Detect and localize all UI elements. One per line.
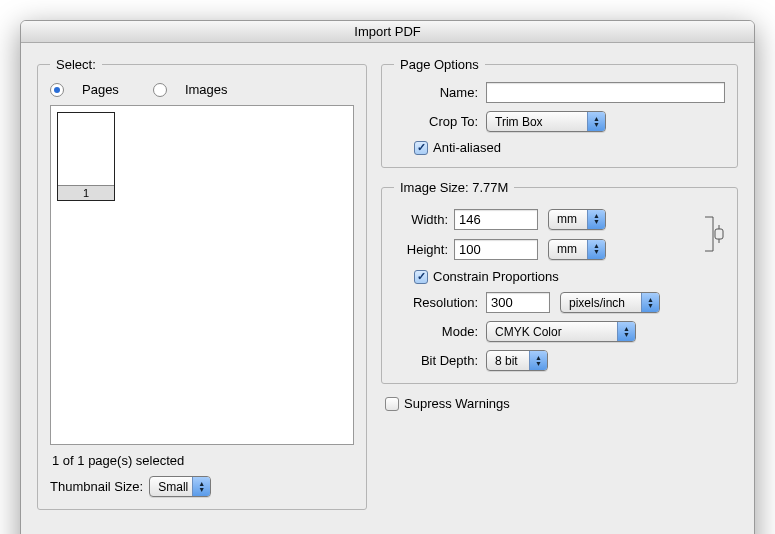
page-options-group: Page Options Name: Crop To: Trim Box ✓ A… xyxy=(381,57,738,168)
dialog-title: Import PDF xyxy=(21,21,754,43)
constrain-checkbox[interactable]: ✓ xyxy=(414,270,428,284)
resolution-input[interactable] xyxy=(486,292,550,313)
selection-status: 1 of 1 page(s) selected xyxy=(52,453,352,468)
resolution-label: Resolution: xyxy=(394,295,486,310)
name-input[interactable] xyxy=(486,82,725,103)
chevron-updown-icon xyxy=(587,112,605,131)
antialiased-label: Anti-aliased xyxy=(433,140,501,155)
radio-images-label: Images xyxy=(185,82,228,97)
width-label: Width: xyxy=(394,212,454,227)
chevron-updown-icon xyxy=(641,293,659,312)
chevron-updown-icon xyxy=(617,322,635,341)
bitdepth-select[interactable]: 8 bit xyxy=(486,350,548,371)
suppress-checkbox[interactable] xyxy=(385,397,399,411)
resolution-unit-select[interactable]: pixels/inch xyxy=(560,292,660,313)
thumbnail-list[interactable]: 1 xyxy=(50,105,354,445)
link-icon[interactable] xyxy=(703,207,725,261)
bitdepth-label: Bit Depth: xyxy=(394,353,486,368)
height-unit-select[interactable]: mm xyxy=(548,239,606,260)
import-pdf-dialog: Import PDF Select: Pages Images 1 xyxy=(20,20,755,534)
thumb-size-label: Thumbnail Size: xyxy=(50,479,149,494)
constrain-label: Constrain Proportions xyxy=(433,269,559,284)
crop-select[interactable]: Trim Box xyxy=(486,111,606,132)
page-thumbnail[interactable]: 1 xyxy=(57,112,115,201)
crop-label: Crop To: xyxy=(394,114,486,129)
image-size-group: Image Size: 7.77M Width: mm xyxy=(381,180,738,384)
radio-images[interactable] xyxy=(153,83,167,97)
select-group: Select: Pages Images 1 1 of 1 page(s) se… xyxy=(37,57,367,510)
width-input[interactable] xyxy=(454,209,538,230)
chevron-updown-icon xyxy=(587,210,605,229)
page-number: 1 xyxy=(58,185,114,200)
name-label: Name: xyxy=(394,85,486,100)
chevron-updown-icon xyxy=(192,477,210,496)
mode-label: Mode: xyxy=(394,324,486,339)
chevron-updown-icon xyxy=(529,351,547,370)
page-options-legend: Page Options xyxy=(394,57,485,72)
svg-rect-0 xyxy=(715,229,723,239)
page-preview xyxy=(58,113,114,185)
width-unit-select[interactable]: mm xyxy=(548,209,606,230)
height-label: Height: xyxy=(394,242,454,257)
chevron-updown-icon xyxy=(587,240,605,259)
radio-pages[interactable] xyxy=(50,83,64,97)
select-legend: Select: xyxy=(50,57,102,72)
thumb-size-select[interactable]: Small xyxy=(149,476,211,497)
mode-select[interactable]: CMYK Color xyxy=(486,321,636,342)
antialiased-checkbox[interactable]: ✓ xyxy=(414,141,428,155)
image-size-legend: Image Size: 7.77M xyxy=(394,180,514,195)
suppress-label: Supress Warnings xyxy=(404,396,510,411)
height-input[interactable] xyxy=(454,239,538,260)
radio-pages-label: Pages xyxy=(82,82,119,97)
